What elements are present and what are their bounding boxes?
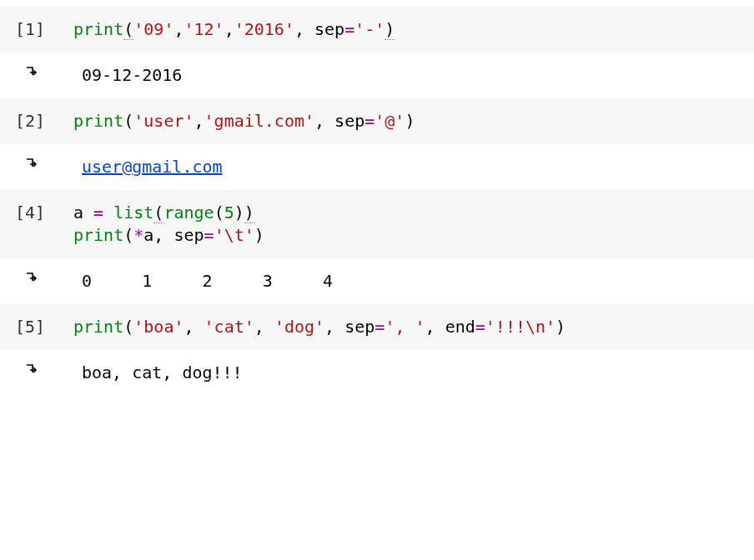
- output-text: boa, cat, dog!!!: [82, 362, 742, 384]
- cell-1-output: 09-12-2016: [0, 52, 754, 98]
- cell-4-output: 01234: [0, 258, 754, 304]
- prompt-label: [2]: [0, 110, 73, 132]
- output-arrow-icon: [23, 271, 40, 288]
- code-block[interactable]: a = list(range(5)) print(*a, sep='\t'): [73, 202, 742, 247]
- cell-5-output: boa, cat, dog!!!: [0, 350, 754, 396]
- prompt-label: [5]: [0, 316, 73, 338]
- output-indicator: [0, 64, 82, 81]
- prompt-label: [1]: [0, 18, 73, 41]
- cell-4-input[interactable]: [4] a = list(range(5)) print(*a, sep='\t…: [0, 190, 754, 258]
- notebook: [1] print('09','12','2016', sep='-') 09-…: [0, 0, 754, 412]
- code-line[interactable]: print('boa', 'cat', 'dog', sep=', ', end…: [73, 316, 742, 338]
- output-indicator: [0, 156, 82, 172]
- cell-5-input[interactable]: [5] print('boa', 'cat', 'dog', sep=', ',…: [0, 304, 754, 350]
- output-text: 09-12-2016: [82, 64, 742, 87]
- output-arrow-icon: [23, 157, 40, 173]
- email-link[interactable]: user@gmail.com: [82, 157, 223, 177]
- code-line[interactable]: print('09','12','2016', sep='-'): [73, 18, 742, 41]
- output-text: user@gmail.com: [82, 156, 742, 178]
- prompt-label: [4]: [0, 202, 73, 224]
- output-arrow-icon: [23, 65, 40, 82]
- code-line[interactable]: print('user','gmail.com', sep='@'): [73, 110, 742, 132]
- output-indicator: [0, 362, 82, 378]
- cell-2-input[interactable]: [2] print('user','gmail.com', sep='@'): [0, 98, 754, 144]
- output-text: 01234: [82, 270, 742, 292]
- cell-2-output: user@gmail.com: [0, 144, 754, 190]
- output-indicator: [0, 270, 82, 287]
- output-arrow-icon: [23, 362, 40, 379]
- cell-1-input[interactable]: [1] print('09','12','2016', sep='-'): [0, 7, 754, 52]
